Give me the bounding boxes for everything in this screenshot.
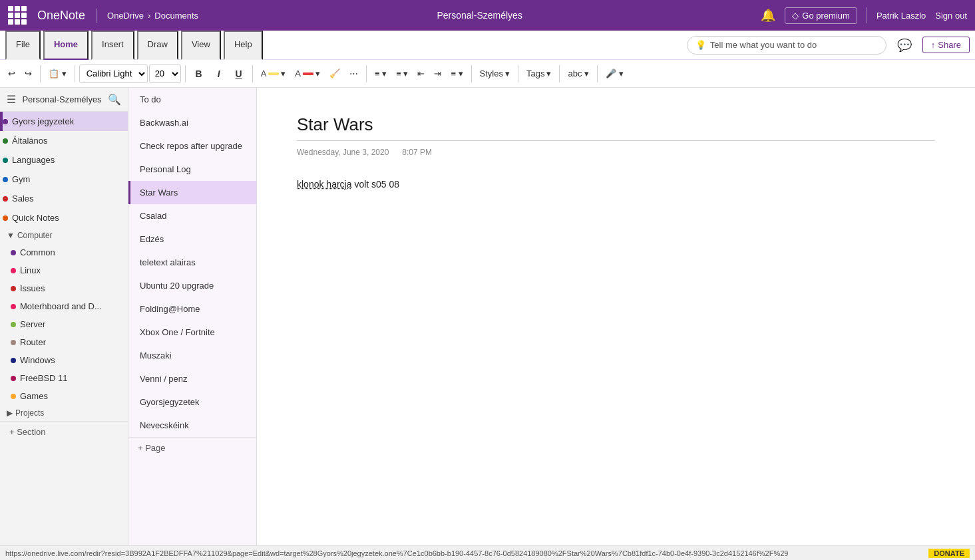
page-item-star-wars[interactable]: Star Wars xyxy=(128,181,256,204)
page-item-folding[interactable]: Folding@Home xyxy=(128,297,256,321)
undo-button[interactable]: ↩ xyxy=(4,67,19,80)
page-item-csalad[interactable]: Csalad xyxy=(128,204,256,227)
ribbon-controls: ↩ ↪ 📋 ▾ Calibri Light 20 B I U A▾ A▾ 🧹 ⋯… xyxy=(0,60,975,88)
page-item-xbox[interactable]: Xbox One / Fortnite xyxy=(128,321,256,344)
chevron-right-icon: ▶ xyxy=(7,408,13,418)
page-item-venni[interactable]: Venni / penz xyxy=(128,367,256,390)
tags-button[interactable]: Tags ▾ xyxy=(522,67,555,80)
sidebar-item-router[interactable]: Router xyxy=(0,333,128,351)
note-time: 8:07 PM xyxy=(402,148,432,157)
underline-button[interactable]: U xyxy=(230,65,248,83)
redo-button[interactable]: ↪ xyxy=(21,67,36,80)
font-color-button[interactable]: A▾ xyxy=(291,67,324,80)
ribbon-sep3 xyxy=(185,65,186,82)
tab-file[interactable]: File xyxy=(5,31,41,60)
sidebar-group-projects[interactable]: ▶ Projects xyxy=(0,405,128,421)
ribbon-sep8 xyxy=(559,65,560,82)
sidebar-item-sales[interactable]: Sales xyxy=(0,189,128,208)
align-button[interactable]: ≡ ▾ xyxy=(447,67,467,80)
sidebar-item-windows[interactable]: Windows xyxy=(0,351,128,369)
ribbon-sep5 xyxy=(366,65,367,82)
clipboard-button[interactable]: 📋 ▾ xyxy=(45,67,71,80)
sidebar-item-common[interactable]: Common xyxy=(0,243,128,261)
add-section-button[interactable]: + Section xyxy=(0,421,128,442)
note-body[interactable]: klonok harcja volt s05 08 xyxy=(297,177,935,192)
tell-me-placeholder: Tell me what you want to do xyxy=(710,40,817,50)
eraser-button[interactable]: 🧹 xyxy=(325,67,344,80)
sidebar-item-quick-notes[interactable]: Quick Notes xyxy=(0,208,128,227)
sidebar-item-linux[interactable]: Linux xyxy=(0,261,128,279)
ribbon-sep2 xyxy=(75,65,75,82)
breadcrumb-onedrive[interactable]: OneDrive xyxy=(107,11,144,21)
sidebar-item-altalanos[interactable]: Általános xyxy=(0,131,128,150)
sidebar-item-freebsd[interactable]: FreeBSD 11 xyxy=(0,369,128,387)
bold-button[interactable]: B xyxy=(190,65,208,83)
sidebar-item-motherboard[interactable]: Moterhboard and D... xyxy=(0,297,128,315)
outdent-button[interactable]: ⇤ xyxy=(413,67,429,80)
notifications-icon[interactable]: 🔔 xyxy=(761,8,775,23)
dictate-button[interactable]: 🎤 ▾ xyxy=(602,67,628,80)
note-link[interactable]: klonok harcja xyxy=(297,179,352,190)
tab-insert[interactable]: Insert xyxy=(91,31,134,60)
section-color-server xyxy=(11,322,16,327)
page-item-edzes[interactable]: Edzés xyxy=(128,227,256,251)
tab-draw[interactable]: Draw xyxy=(137,31,178,60)
sidebar-search-icon[interactable]: 🔍 xyxy=(108,93,121,106)
page-item-todo[interactable]: To do xyxy=(128,88,256,111)
page-item-check-repos[interactable]: Check repos after upgrade xyxy=(128,134,256,158)
donate-button[interactable]: DONATE xyxy=(928,549,970,558)
page-item-personal-log[interactable]: Personal Log xyxy=(128,158,256,181)
sidebar-toggle-icon[interactable]: ☰ xyxy=(7,93,16,106)
tab-help[interactable]: Help xyxy=(224,31,263,60)
chat-icon[interactable]: 💬 xyxy=(897,38,912,53)
sidebar-section-label: Sales xyxy=(12,194,34,204)
page-item-ubuntu[interactable]: Ubuntu 20 upgrade xyxy=(128,274,256,297)
numbering-button[interactable]: ≡ ▾ xyxy=(392,67,412,80)
page-item-backwash[interactable]: Backwash.ai xyxy=(128,111,256,134)
sidebar-item-gym[interactable]: Gym xyxy=(0,170,128,189)
tell-me-input[interactable]: 💡 Tell me what you want to do xyxy=(687,36,886,55)
premium-diamond-icon: ◇ xyxy=(792,11,799,21)
sidebar-notebook-label: Personal-Személyes xyxy=(16,94,108,104)
sign-out-button[interactable]: Sign out xyxy=(935,11,967,21)
spelling-button[interactable]: abc ▾ xyxy=(564,67,593,80)
section-color-languages xyxy=(3,158,8,163)
sidebar-child-label: Server xyxy=(20,319,45,329)
indent-button[interactable]: ⇥ xyxy=(430,67,445,80)
sidebar-item-server[interactable]: Server xyxy=(0,315,128,333)
sidebar-item-issues[interactable]: Issues xyxy=(0,279,128,297)
tab-view[interactable]: View xyxy=(181,31,221,60)
user-name: Patrik Laszlo xyxy=(877,11,926,21)
breadcrumb-documents[interactable]: Documents xyxy=(154,11,198,21)
page-item-nevecskéink[interactable]: Nevecskéink xyxy=(128,414,256,437)
font-name-select[interactable]: Calibri Light xyxy=(79,65,148,83)
section-color-gyors xyxy=(3,119,8,124)
waffle-menu[interactable] xyxy=(8,6,27,25)
page-item-gyorsjegyzetek[interactable]: Gyorsjegyzetek xyxy=(128,390,256,414)
add-page-button[interactable]: + Page xyxy=(128,437,256,458)
bullets-button[interactable]: ≡ ▾ xyxy=(371,67,391,80)
sidebar-item-gyors-jegyzetek[interactable]: Gyors jegyzetek xyxy=(0,112,128,131)
styles-label: Styles xyxy=(480,69,503,78)
format-more-button[interactable]: ⋯ xyxy=(345,67,362,80)
styles-button[interactable]: Styles ▾ xyxy=(476,67,514,80)
go-premium-button[interactable]: ◇ Go premium xyxy=(785,7,857,24)
sidebar-child-label: Moterhboard and D... xyxy=(20,301,102,311)
sidebar-header: ☰ Personal-Személyes 🔍 xyxy=(0,88,128,112)
share-label: Share xyxy=(938,40,961,50)
sidebar-section-label: Gyors jegyzetek xyxy=(12,116,74,126)
share-button[interactable]: ↑ Share xyxy=(922,37,970,53)
page-item-muszaki[interactable]: Muszaki xyxy=(128,344,256,367)
font-size-select[interactable]: 20 xyxy=(149,65,181,83)
content-area[interactable]: Star Wars Wednesday, June 3, 2020 8:07 P… xyxy=(257,88,975,560)
ribbon-tabs: File Home Insert Draw View Help 💡 Tell m… xyxy=(0,31,975,60)
highlight-button[interactable]: A▾ xyxy=(257,67,290,80)
italic-button[interactable]: I xyxy=(210,65,228,83)
sidebar-group-label: Computer xyxy=(17,231,53,240)
sidebar-item-languages[interactable]: Languages xyxy=(0,150,128,170)
sidebar-group-computer[interactable]: ▼ Computer xyxy=(0,227,128,243)
sidebar-item-games[interactable]: Games xyxy=(0,387,128,405)
status-url: https://onedrive.live.com/redir?resid=3B… xyxy=(5,549,928,557)
tab-home[interactable]: Home xyxy=(43,31,89,60)
page-item-teletext[interactable]: teletext alairas xyxy=(128,251,256,274)
